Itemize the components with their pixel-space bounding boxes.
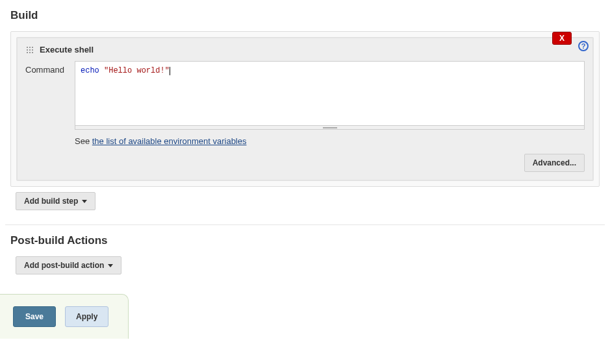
save-button[interactable]: Save — [13, 306, 56, 327]
advanced-button[interactable]: Advanced... — [524, 154, 585, 172]
hint-prefix: See — [75, 136, 92, 146]
drag-handle-icon[interactable] — [25, 45, 34, 55]
post-build-section-title: Post-build Actions — [10, 234, 605, 247]
section-divider — [5, 224, 605, 225]
help-icon[interactable]: ? — [578, 41, 589, 51]
command-input[interactable]: echo "Hello world!" — [75, 61, 585, 126]
resize-handle[interactable] — [75, 126, 585, 130]
add-post-build-action-label: Add post-build action — [24, 261, 104, 270]
apply-button[interactable]: Apply — [65, 306, 108, 327]
bottom-action-bar: Save Apply — [0, 294, 129, 339]
code-string: "Hello world!" — [104, 66, 170, 75]
text-caret — [170, 67, 170, 75]
build-section-title: Build — [10, 9, 605, 22]
delete-step-button[interactable]: X — [552, 32, 572, 45]
command-hint: See the list of available environment va… — [75, 136, 585, 146]
code-keyword: echo — [81, 66, 99, 75]
add-post-build-action-button[interactable]: Add post-build action — [16, 256, 121, 274]
command-label: Command — [25, 61, 67, 75]
add-build-step-button[interactable]: Add build step — [16, 192, 95, 210]
add-build-step-label: Add build step — [24, 197, 78, 206]
env-vars-link[interactable]: the list of available environment variab… — [92, 136, 247, 146]
build-block: X ? Execute shell Command echo "Hello wo… — [10, 31, 600, 187]
build-step: X ? Execute shell Command echo "Hello wo… — [16, 37, 594, 181]
chevron-down-icon — [108, 264, 113, 267]
build-step-title: Execute shell — [40, 45, 94, 55]
chevron-down-icon — [82, 200, 87, 203]
